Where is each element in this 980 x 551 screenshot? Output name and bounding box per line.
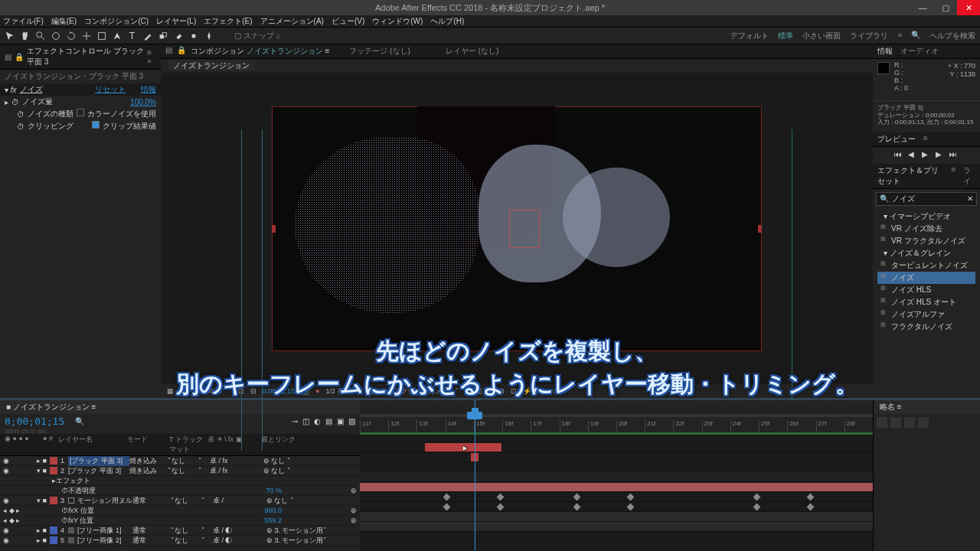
snap-label[interactable]: スナップ bbox=[243, 31, 274, 40]
footage-tab[interactable]: フッテージ (なし) bbox=[349, 46, 410, 57]
help-search[interactable]: ヘルプを検索 bbox=[929, 31, 975, 41]
ruler-tick[interactable]: 24f bbox=[730, 420, 759, 432]
property-row[interactable]: ◂ ◆ ▸⏱ fx X 位置960.0⊚ bbox=[0, 506, 360, 516]
workspace-library[interactable]: ライブラリ bbox=[850, 31, 888, 41]
panel-menu-icon[interactable]: ▤ bbox=[5, 53, 11, 61]
blend-mode[interactable]: 通常 bbox=[132, 526, 171, 536]
twirl-icon[interactable]: ▸ bbox=[5, 98, 8, 106]
stopwatch-icon[interactable]: ⏱ bbox=[17, 122, 24, 131]
ruler-tick[interactable]: 12f bbox=[388, 420, 416, 432]
prev-frame-icon[interactable]: ◀ bbox=[908, 150, 917, 159]
handle-right[interactable] bbox=[758, 225, 762, 233]
ruler-tick[interactable]: 20f bbox=[616, 420, 645, 432]
comp-subtab[interactable]: ノイズトランジション bbox=[168, 60, 254, 70]
lock-icon[interactable]: 🔒 bbox=[177, 46, 186, 57]
lock-icon[interactable]: 🔒 bbox=[15, 53, 24, 61]
hand-tool-icon[interactable] bbox=[20, 31, 31, 41]
clipping-checkbox[interactable] bbox=[92, 121, 100, 129]
workspace-small[interactable]: 小さい画面 bbox=[802, 31, 841, 41]
pen-tool-icon[interactable] bbox=[112, 31, 122, 41]
abbrev-tab[interactable]: 略名 bbox=[880, 403, 895, 411]
layer-row[interactable]: ◉▸ ■1 [ブラック 平面 3] 焼き込み˅ なし˅ 卓 / fx ⊚ なし … bbox=[0, 456, 360, 466]
align-icon[interactable] bbox=[877, 417, 887, 428]
effect-name[interactable]: ノイズ bbox=[20, 85, 43, 93]
blend-mode[interactable]: 通常 bbox=[132, 496, 171, 506]
blend-mode[interactable]: 通常 bbox=[132, 536, 171, 546]
color-label[interactable] bbox=[50, 536, 57, 544]
ruler-tick[interactable]: 15f bbox=[474, 420, 502, 432]
clone-tool-icon[interactable] bbox=[158, 31, 168, 41]
keyframe[interactable] bbox=[497, 504, 505, 511]
ruler-tick[interactable]: 19f bbox=[588, 420, 616, 432]
preset-item[interactable]: VR ノイズ除去 bbox=[877, 223, 975, 235]
preset-search-value[interactable]: ノイズ bbox=[892, 194, 915, 204]
layer-name[interactable]: [ブラック 平面 3] bbox=[68, 456, 129, 466]
info-link[interactable]: 情報 bbox=[141, 84, 156, 95]
menu-effect[interactable]: エフェクト(E) bbox=[204, 16, 252, 27]
keyframe[interactable] bbox=[627, 494, 635, 501]
graph-toggle-icon[interactable]: ▨ bbox=[348, 417, 355, 425]
menu-window[interactable]: ウィンドウ(W) bbox=[372, 16, 423, 27]
track-matte[interactable]: なし bbox=[175, 526, 201, 536]
handle-left[interactable] bbox=[272, 225, 276, 233]
work-area-bar[interactable] bbox=[360, 414, 873, 417]
blend-mode[interactable]: 焼き込み bbox=[129, 456, 168, 466]
keyframe[interactable] bbox=[807, 494, 815, 501]
libraries-tab[interactable]: ライ bbox=[963, 165, 975, 187]
preset-item[interactable]: VR フラクタルノイズ bbox=[877, 235, 975, 247]
ruler-tick[interactable]: 23f bbox=[702, 420, 730, 432]
preset-item[interactable]: ノイズ HLS オート bbox=[877, 296, 975, 308]
anchor-tool-icon[interactable] bbox=[81, 31, 92, 41]
menu-edit[interactable]: 編集(E) bbox=[51, 16, 77, 27]
align-icon[interactable] bbox=[904, 417, 915, 428]
panel-menu-icon[interactable]: ▤ bbox=[165, 46, 172, 57]
ruler-tick[interactable]: 27f bbox=[816, 420, 844, 432]
menu-file[interactable]: ファイル(F) bbox=[3, 16, 44, 27]
keyframe[interactable] bbox=[497, 494, 505, 501]
search-icon[interactable]: 🔍 bbox=[911, 31, 920, 41]
layer-tab[interactable]: レイヤー (なし) bbox=[446, 46, 498, 57]
time-ruler[interactable]: 11f12f13f14f15f16f17f18f19f20f21f22f23f2… bbox=[360, 420, 873, 432]
menu-layer[interactable]: レイヤー(L) bbox=[156, 16, 196, 27]
reset-link[interactable]: リセット bbox=[95, 84, 126, 95]
menu-help[interactable]: ヘルプ(H) bbox=[430, 16, 464, 27]
keyframe[interactable] bbox=[753, 504, 761, 511]
property-row[interactable]: ⏱ 不透明度70 %⊚ bbox=[0, 486, 360, 496]
draft-3d-icon[interactable]: ▣ bbox=[337, 417, 344, 425]
layer-name[interactable]: モーション用ヌル bbox=[77, 496, 132, 506]
opacity-value[interactable]: 70 % bbox=[266, 487, 282, 494]
ruler-tick[interactable]: 18f bbox=[560, 420, 588, 432]
panel-menu-chevron-icon[interactable]: ≡ » bbox=[147, 48, 156, 65]
layer-row[interactable]: ◉▾ ■2 [ブラック 平面 3] 焼き込み˅ なし˅ 卓 / fx ⊚ なし … bbox=[0, 466, 360, 476]
effect-controls-tab[interactable]: エフェクトコントロール ブラック 平面 3 bbox=[27, 46, 144, 67]
first-frame-icon[interactable]: ⏮ bbox=[894, 150, 903, 159]
noise-amount-value[interactable]: 100.0% bbox=[130, 98, 156, 106]
preset-item-selected[interactable]: ノイズ bbox=[877, 272, 975, 284]
close-button[interactable]: ✕ bbox=[957, 0, 980, 15]
ruler-tick[interactable]: 17f bbox=[531, 420, 559, 432]
rotate-tool-icon[interactable] bbox=[66, 31, 77, 41]
property-row[interactable]: ▸ エフェクト bbox=[0, 476, 360, 486]
layer-name[interactable]: [フリー画像 2] bbox=[77, 536, 132, 546]
timeline-tab[interactable]: ノイズトランジション bbox=[13, 403, 90, 411]
layer-row[interactable]: ◉▸ ■5 [フリー画像 2] 通常˅ なし˅ 卓 / ◐ ⊚ 3. モーション… bbox=[0, 536, 360, 546]
stopwatch-icon[interactable]: ⏱ bbox=[17, 110, 24, 119]
color-label[interactable] bbox=[50, 457, 57, 465]
align-icon[interactable] bbox=[918, 417, 929, 428]
keyframe[interactable] bbox=[573, 494, 581, 501]
puppet-tool-icon[interactable] bbox=[204, 31, 214, 41]
clear-search-icon[interactable]: ✕ bbox=[967, 194, 973, 203]
ruler-tick[interactable]: 11f bbox=[360, 420, 388, 432]
rotobrush-tool-icon[interactable] bbox=[188, 31, 199, 41]
twirl-icon[interactable]: ▾ fx bbox=[5, 86, 17, 94]
viewer-content[interactable] bbox=[272, 106, 762, 351]
track-matte[interactable]: なし bbox=[172, 456, 198, 466]
eraser-tool-icon[interactable] bbox=[173, 31, 184, 41]
ruler-tick[interactable]: 21f bbox=[645, 420, 673, 432]
color-label[interactable] bbox=[50, 527, 57, 534]
next-frame-icon[interactable]: ▶ bbox=[936, 150, 945, 159]
layer-row[interactable]: ◉▸ ■4 [フリー画像 1] 通常˅ なし˅ 卓 / ◐ ⊚ 3. モーション… bbox=[0, 526, 360, 536]
align-icon[interactable] bbox=[890, 417, 901, 428]
menu-animation[interactable]: アニメーション(A) bbox=[260, 16, 324, 27]
ruler-tick[interactable]: 16f bbox=[502, 420, 531, 432]
